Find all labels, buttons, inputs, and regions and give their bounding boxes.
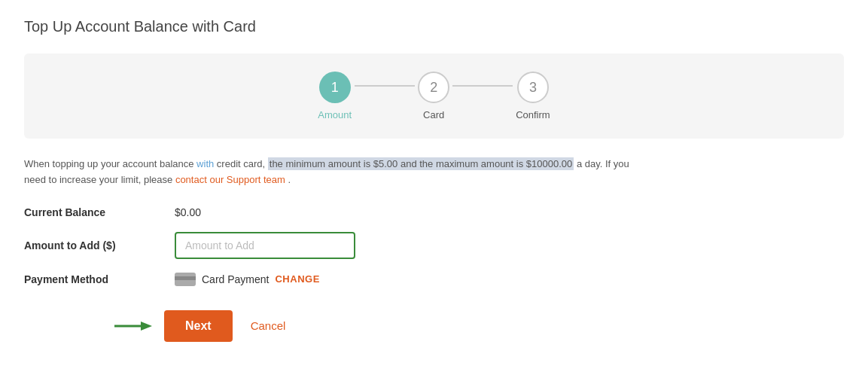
info-text-middle: credit card,	[217, 158, 268, 169]
arrow-icon	[114, 319, 152, 334]
info-text: When topping up your account balance wit…	[24, 157, 641, 188]
step-3-circle: 3	[517, 72, 549, 103]
current-balance-label: Current Balance	[24, 206, 175, 218]
cancel-button[interactable]: Cancel	[245, 319, 292, 332]
step-2-label: Card	[423, 109, 444, 120]
stepper: 1 Amount 2 Card 3 Confirm	[318, 72, 550, 120]
step-1: 1 Amount	[318, 72, 352, 120]
payment-method-label: Payment Method	[24, 273, 175, 285]
current-balance-row: Current Balance $0.00	[24, 206, 844, 218]
amount-row: Amount to Add ($)	[24, 232, 844, 259]
amount-input[interactable]	[175, 232, 355, 259]
info-text-end: .	[288, 174, 291, 185]
change-button[interactable]: CHANGE	[275, 273, 319, 285]
current-balance-value: $0.00	[175, 206, 201, 218]
step-3: 3 Confirm	[516, 72, 550, 120]
card-icon	[175, 273, 196, 286]
info-link-with[interactable]: with	[196, 158, 214, 169]
step-connector-1	[355, 85, 415, 87]
payment-method-content: Card Payment CHANGE	[175, 273, 320, 286]
amount-label: Amount to Add ($)	[24, 239, 175, 251]
payment-method-value: Card Payment	[202, 273, 269, 285]
info-text-prefix: When topping up your account balance	[24, 158, 196, 169]
payment-method-row: Payment Method Card Payment CHANGE	[24, 273, 844, 286]
page-title: Top Up Account Balance with Card	[24, 18, 844, 35]
step-connector-2	[452, 85, 513, 87]
stepper-container: 1 Amount 2 Card 3 Confirm	[24, 53, 844, 139]
info-text-highlighted: the minimum amount is $5.00 and the maxi…	[268, 157, 574, 170]
buttons-row: Next Cancel	[24, 310, 844, 342]
step-1-label: Amount	[318, 109, 352, 120]
step-2-circle: 2	[418, 72, 449, 103]
step-2: 2 Card	[418, 72, 449, 120]
step-3-label: Confirm	[516, 109, 550, 120]
step-1-circle: 1	[319, 72, 351, 103]
svg-marker-1	[141, 322, 152, 331]
next-button[interactable]: Next	[164, 310, 233, 342]
support-link[interactable]: contact our Support team	[175, 174, 285, 185]
